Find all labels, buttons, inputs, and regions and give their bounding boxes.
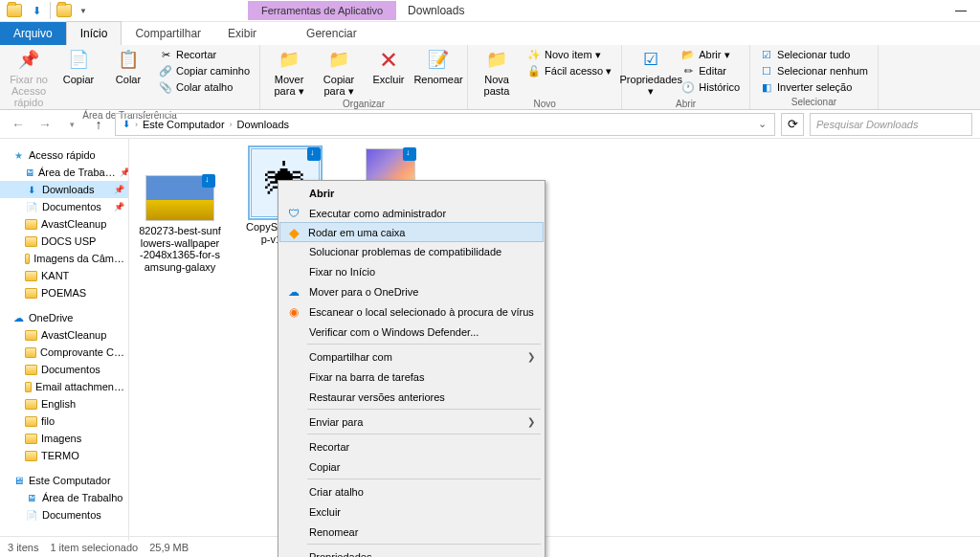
- chevron-right-icon[interactable]: ›: [230, 120, 233, 129]
- tree-item[interactable]: POEMAS: [0, 284, 128, 301]
- back-button[interactable]: ←: [8, 114, 29, 135]
- down-arrow-icon[interactable]: ⬇: [26, 0, 47, 21]
- tree-item[interactable]: AvastCleanup: [0, 326, 128, 344]
- qat-dropdown-icon[interactable]: ▼: [76, 7, 91, 15]
- move-icon: 📁: [276, 49, 302, 72]
- tab-home[interactable]: Início: [66, 21, 122, 45]
- edit-button[interactable]: ✏Editar: [678, 63, 744, 78]
- file-list[interactable]: 820273-best-sunf lowers-wallpaper -2048x…: [129, 139, 980, 541]
- ctx-copy[interactable]: Copiar: [280, 457, 543, 477]
- breadcrumb-this-pc[interactable]: Este Computador: [140, 119, 228, 130]
- ctx-restore-versions[interactable]: Restaurar versões anteriores: [280, 387, 543, 407]
- easy-access-button[interactable]: 🔓Fácil acesso ▾: [523, 63, 615, 78]
- file-item-image[interactable]: 820273-best-sunf lowers-wallpaper -2048x…: [139, 148, 221, 274]
- refresh-button[interactable]: ⟳: [781, 113, 804, 136]
- tree-item[interactable]: 🖥Área de Trabalho: [0, 489, 128, 506]
- download-icon: ⬇: [25, 183, 38, 196]
- tree-item[interactable]: TERMO: [0, 447, 128, 464]
- tab-view[interactable]: Exibir: [214, 22, 270, 45]
- open-button[interactable]: 📂Abrir ▾: [678, 47, 744, 62]
- delete-button[interactable]: ✕Excluir: [366, 47, 412, 97]
- tab-manage[interactable]: Gerenciar: [293, 22, 370, 45]
- tree-item[interactable]: 📄Documentos📌: [0, 198, 128, 215]
- status-size: 25,9 MB: [149, 542, 189, 553]
- up-button[interactable]: ↑: [88, 114, 109, 135]
- ctx-delete[interactable]: Excluir: [280, 501, 543, 522]
- ctx-cut[interactable]: Recortar: [280, 436, 543, 457]
- ctx-run-as-admin[interactable]: 🛡Executar como administrador: [280, 203, 543, 223]
- select-all-button[interactable]: ☑Selecionar tudo: [756, 47, 872, 62]
- tree-item[interactable]: DOCS USP: [0, 233, 128, 250]
- chevron-right-icon[interactable]: ›: [135, 120, 138, 129]
- ctx-share-with[interactable]: Compartilhar com❯: [280, 346, 543, 367]
- pin-quick-access-button[interactable]: 📌Fixar no Acesso rápido: [6, 47, 52, 108]
- tree-quick-access[interactable]: ★Acesso rápido: [0, 146, 128, 164]
- breadcrumb[interactable]: ⬇ › Este Computador › Downloads ⌄: [115, 113, 775, 136]
- tree-item[interactable]: Email attachmen…: [0, 378, 128, 395]
- select-none-button[interactable]: ☐Selecionar nenhum: [756, 63, 872, 78]
- new-item-button[interactable]: ✨Novo item ▾: [523, 47, 615, 62]
- context-menu: Abrir 🛡Executar como administrador ◆Roda…: [278, 180, 546, 557]
- ctx-rename[interactable]: Renomear: [280, 522, 543, 542]
- tab-share[interactable]: Compartilhar: [122, 22, 214, 45]
- move-to-button[interactable]: 📁Mover para ▾: [266, 47, 312, 97]
- open-icon: 📂: [681, 48, 695, 61]
- copy-button[interactable]: 📄Copiar: [56, 47, 101, 108]
- tree-item[interactable]: Comprovante C…: [0, 344, 128, 361]
- ctx-run-sandboxed[interactable]: ◆Rodar em uma caixa: [279, 222, 544, 242]
- invert-selection-button[interactable]: ◧Inverter seleção: [756, 79, 872, 95]
- new-folder-button[interactable]: 📁Nova pasta: [474, 47, 520, 97]
- tree-item[interactable]: KANT: [0, 267, 128, 284]
- tree-item[interactable]: 📄Documentos: [0, 506, 128, 524]
- properties-button[interactable]: ☑Propriedades ▾: [628, 47, 674, 97]
- ctx-pin-taskbar[interactable]: Fixar na barra de tarefas: [280, 367, 543, 387]
- tab-file[interactable]: Arquivo: [0, 22, 66, 45]
- app-icon: [4, 0, 25, 21]
- cut-button[interactable]: ✂Recortar: [155, 47, 254, 62]
- download-badge-icon: [202, 174, 215, 188]
- tree-item-downloads[interactable]: ⬇Downloads📌: [0, 181, 128, 198]
- tree-item[interactable]: Imagens da Câm…: [0, 250, 128, 267]
- paste-shortcut-button[interactable]: 📎Colar atalho: [155, 79, 254, 95]
- navigation-pane: ★Acesso rápido 🖥Área de Traba…📌 ⬇Downloa…: [0, 139, 129, 541]
- history-button[interactable]: 🕐Histórico: [678, 79, 744, 95]
- ctx-scan-virus[interactable]: ◉Escanear o local selecionado à procura …: [280, 301, 543, 322]
- ctx-pin-start[interactable]: Fixar no Início: [280, 261, 543, 281]
- recent-dropdown[interactable]: ▾: [61, 114, 82, 135]
- tree-item[interactable]: AvastCleanup: [0, 215, 128, 233]
- paste-button[interactable]: 📋Colar: [105, 47, 151, 108]
- tree-item[interactable]: Documentos: [0, 361, 128, 378]
- copy-path-button[interactable]: 🔗Copiar caminho: [155, 63, 254, 78]
- pin-icon: 📌: [15, 49, 42, 72]
- title-bar: ⬇ ▼ Ferramentas de Aplicativo Downloads …: [0, 0, 980, 22]
- tree-onedrive[interactable]: ☁OneDrive: [0, 309, 128, 326]
- search-input[interactable]: Pesquisar Downloads: [810, 113, 972, 136]
- minimize-button[interactable]: —: [942, 0, 980, 21]
- tree-item[interactable]: Imagens: [0, 430, 128, 447]
- new-folder-icon[interactable]: [54, 0, 75, 21]
- ctx-send-to[interactable]: Enviar para❯: [280, 412, 543, 432]
- separator: [307, 544, 541, 545]
- history-icon: 🕐: [681, 80, 695, 94]
- forward-button[interactable]: →: [34, 114, 56, 135]
- tree-item[interactable]: English: [0, 395, 128, 412]
- folder-icon: [25, 254, 30, 264]
- copy-to-button[interactable]: 📁Copiar para ▾: [316, 47, 362, 97]
- cloud-icon: ☁: [286, 284, 301, 300]
- delete-icon: ✕: [375, 49, 402, 72]
- ctx-defender[interactable]: Verificar com o Windows Defender...: [280, 322, 543, 342]
- ctx-move-onedrive[interactable]: ☁Mover para o OneDrive: [280, 281, 543, 301]
- group-label: Organizar: [266, 97, 461, 109]
- breadcrumb-downloads[interactable]: Downloads: [234, 119, 292, 130]
- chevron-down-icon[interactable]: ⌄: [758, 118, 767, 130]
- ctx-open[interactable]: Abrir: [280, 183, 543, 203]
- tree-item[interactable]: 🖥Área de Traba…📌: [0, 164, 128, 181]
- ctx-properties[interactable]: Propriedades: [280, 546, 543, 557]
- rename-button[interactable]: 📝Renomear: [415, 47, 461, 97]
- separator: [307, 409, 541, 410]
- tree-item[interactable]: filo: [0, 412, 128, 430]
- desktop-icon: 🖥: [25, 166, 34, 179]
- tree-this-pc[interactable]: 🖥Este Computador: [0, 472, 128, 489]
- ctx-create-shortcut[interactable]: Criar atalho: [280, 481, 543, 501]
- ctx-troubleshoot-compat[interactable]: Solucionar problemas de compatibilidade: [280, 241, 543, 261]
